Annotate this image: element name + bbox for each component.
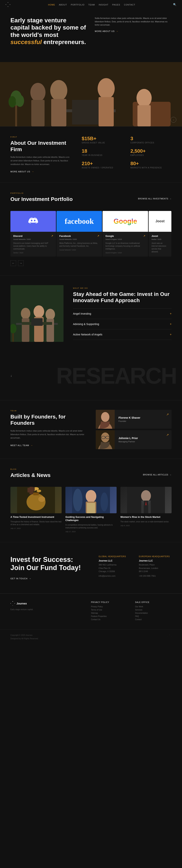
article-text-1: Throughout the history of finance. Stock… xyxy=(10,520,61,526)
team-tag: TEAM xyxy=(10,410,86,412)
footer-nav: Journex Early stage venture capital. PRI… xyxy=(0,593,182,629)
footer-link-faq[interactable]: FAQ xyxy=(135,615,172,617)
browse-articles-button[interactable]: BROWSE ALL ARTICLES → xyxy=(143,474,172,476)
hero-image: → xyxy=(0,62,182,126)
discord-content: Discord ↗ Social Networks / 2020 Discord… xyxy=(10,232,56,256)
about-stats: $15B+ GROSS ASSET VALUE 3 CORPORATE OFFI… xyxy=(82,136,172,169)
fund-content: WHAT WE DO Stay Ahead of the Game: Inves… xyxy=(73,287,172,340)
articles-header: BLOG Articles & News BROWSE ALL ARTICLES… xyxy=(10,468,172,481)
research-banner: ↓ RESEARCH xyxy=(0,363,182,389)
svg-point-31 xyxy=(101,412,109,422)
expand-icon: + xyxy=(170,322,172,326)
about-tag: FIRST xyxy=(10,136,70,138)
footer-link-contact[interactable]: Contact Us xyxy=(91,618,128,621)
portfolio-card-facebook[interactable]: facebook Facebook ↗ Social Networks / 20… xyxy=(56,211,102,256)
svg-point-50 xyxy=(86,490,96,502)
nav-links: Home About Portfolio Team Insight Pages … xyxy=(48,3,135,6)
portfolio-card-google[interactable]: Google Google ↗ Search Engine / 2019 Goo… xyxy=(103,211,148,256)
nav-item-about[interactable]: About xyxy=(59,3,67,6)
footer-link-terms[interactable]: Terms of Use xyxy=(91,609,128,611)
fund-item-advising[interactable]: Advising & Supporting + xyxy=(73,319,172,329)
footer-copyright: Copyright © 2023 Journex xyxy=(10,634,32,636)
team-body: Nulla fermentum metus vitae justo vehicu… xyxy=(10,429,86,440)
stat-assets: 210+ ASSETS OWNED / OPERATED xyxy=(82,161,123,169)
footer-tagline: Early stage venture capital. xyxy=(10,608,83,611)
research-text: RESEARCH xyxy=(56,363,182,389)
nav-item-contact[interactable]: Contact xyxy=(124,3,135,6)
articles-grid: A Time-Tested Investment Instrument Thro… xyxy=(10,487,172,533)
svg-rect-29 xyxy=(10,285,63,342)
fund-item-angel[interactable]: Angel Investing + xyxy=(73,308,172,319)
portfolio-navigation: ← → xyxy=(10,260,172,266)
portfolio-tag: PORTFOLIO xyxy=(10,192,73,194)
office-global: GLOBAL HEADQUARTERS Journex LLC 380 NCI … xyxy=(99,555,131,578)
footer-brand-name: Journex xyxy=(17,602,27,605)
article-title-3: Women's Rise in the Stock Market xyxy=(121,516,172,519)
footer-link-services[interactable]: Services xyxy=(135,609,172,611)
footer-link-our-work[interactable]: Our Work xyxy=(135,606,172,608)
nav-item-home[interactable]: Home xyxy=(48,3,55,6)
footer-link-contact-2[interactable]: Contact xyxy=(135,618,172,621)
fund-item-network[interactable]: Active Network of Angels + xyxy=(73,329,172,340)
svg-rect-42 xyxy=(33,492,39,495)
articles-title: Articles & News xyxy=(10,472,51,478)
next-arrow-button[interactable]: → xyxy=(18,260,24,266)
svg-rect-16 xyxy=(0,62,182,126)
article-image-2 xyxy=(66,487,116,513)
discord-logo xyxy=(10,211,56,232)
footer-link-privacy[interactable]: Privacy Policy xyxy=(91,606,128,608)
footer-link-docs[interactable]: Documentation xyxy=(135,612,172,614)
article-card-2[interactable]: Guiding Success and Navigating Challenge… xyxy=(66,487,116,533)
meet-team-button[interactable]: MEET ALL TEAM → xyxy=(10,444,33,446)
nav-item-pages[interactable]: Pages xyxy=(112,3,120,6)
navigation: Home About Portfolio Team Insight Pages … xyxy=(0,0,182,9)
article-text-2: In competitive entrepreneurial battles, … xyxy=(66,524,116,529)
footer-col-1: PRIVACY POLICY Privacy Policy Terms of U… xyxy=(91,601,128,622)
article-card-1[interactable]: A Time-Tested Investment Instrument Thro… xyxy=(10,487,61,533)
external-link-icon: ↗ xyxy=(51,235,53,237)
arrow-icon: → xyxy=(29,578,31,580)
portfolio-section: PORTFOLIO Our Investment Portfolio BROWS… xyxy=(0,183,182,275)
portfolio-header: PORTFOLIO Our Investment Portfolio BROWS… xyxy=(10,192,172,205)
about-title: About Our Investment Firm xyxy=(10,140,70,153)
footer-link-features[interactable]: Feature Properties xyxy=(91,615,128,617)
google-content: Google ↗ Search Engine / 2019 Google LLC… xyxy=(103,232,148,256)
article-date-2: July 17, 2023 xyxy=(66,531,116,533)
hero-body: Nulla fermentum metus vitae justo vehicu… xyxy=(95,17,172,27)
team-card-link-1[interactable]: ↗ xyxy=(163,410,172,429)
browse-all-button[interactable]: BROWSE ALL INVESTMENTS → xyxy=(138,198,172,200)
prev-arrow-button[interactable]: ← xyxy=(10,260,16,266)
portfolio-left: PORTFOLIO Our Investment Portfolio xyxy=(10,192,73,205)
cta-button[interactable]: GET IN TOUCH → xyxy=(10,578,31,580)
article-image-1 xyxy=(10,487,61,513)
team-title: Built by Founders, for Founders xyxy=(10,413,86,426)
svg-point-53 xyxy=(73,489,82,512)
article-card-3[interactable]: Women's Rise in the Stock Market The sto… xyxy=(121,487,172,533)
facebook-logo: facebook xyxy=(56,211,102,232)
search-icon[interactable]: 🔍 xyxy=(173,3,176,6)
portfolio-card-discord[interactable]: Discord ↗ Social Networks / 2020 Discord… xyxy=(10,211,56,256)
article-text-3: The stock market, once seen as a male-do… xyxy=(121,520,172,523)
fund-title: Stay Ahead of the Game: Invest in Our In… xyxy=(73,291,172,304)
nav-item-insight[interactable]: Insight xyxy=(99,3,108,6)
team-card-johnnie[interactable]: Johnnie L Prior Managing Partner ↗ xyxy=(96,430,172,449)
portfolio-card-joost[interactable]: Joost Joost Media / 2020 Joost was an in… xyxy=(149,211,172,256)
hero-cta-button[interactable]: MORE ABOUT US → xyxy=(95,30,118,32)
footer-link-sitemap[interactable]: Sitemap xyxy=(91,612,128,614)
team-card-florene[interactable]: Florene K Shaver Founder ↗ xyxy=(96,410,172,429)
footer-bottom-left: Copyright © 2023 Journex Designed by All… xyxy=(10,633,38,640)
nav-item-team[interactable]: Team xyxy=(88,3,95,6)
svg-point-54 xyxy=(101,492,108,512)
team-card-link-2[interactable]: ↗ xyxy=(163,430,172,449)
stat-offices: 3 CORPORATE OFFICES xyxy=(130,136,172,144)
team-section: TEAM Built by Founders, for Founders Nul… xyxy=(0,400,182,459)
footer-logo xyxy=(10,601,15,606)
nav-logo[interactable] xyxy=(6,2,10,7)
nav-item-portfolio[interactable]: Portfolio xyxy=(71,3,84,6)
footer-rights: Designed by All Rights Reserved xyxy=(10,638,38,640)
joost-content: Joost Media / 2020 Joost was an internet… xyxy=(149,232,172,256)
about-cta-button[interactable]: MORE ABOUT US → xyxy=(10,170,34,173)
svg-rect-47 xyxy=(27,488,29,492)
hero-nav-dot[interactable]: → xyxy=(171,117,176,123)
hero-section: Early stage venture capital backed by so… xyxy=(0,9,182,62)
